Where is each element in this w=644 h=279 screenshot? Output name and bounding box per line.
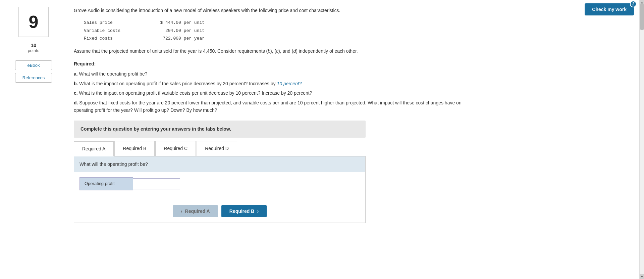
tab-d-label: Required D [205,146,229,151]
tab-answer-area: Operating profit [74,172,365,198]
tab-question-text: What will the operating profit be? [79,161,148,167]
required-item-b: b. What is the impact on operating profi… [74,80,476,87]
check-my-work-button[interactable]: Check my work 2 [585,3,634,15]
cost-table: Sales price $ 444.00 per unit Variable c… [84,19,476,42]
scrollbar-arrow-down[interactable]: ▼ [640,274,644,279]
tab-question-header: What will the operating profit be? [74,156,365,172]
variable-costs-label: Variable costs [84,27,131,35]
complete-box: Complete this question by entering your … [74,121,366,137]
nav-buttons: ‹ Required A Required B › [74,205,365,223]
page-container: 9 10 points eBook References Check my wo… [0,0,644,279]
next-button-label: Required B [229,208,255,214]
tab-b-label: Required B [123,146,146,151]
variable-costs-value: 204.00 per unit [151,27,205,35]
required-item-a: a. What will the operating profit be? [74,70,476,78]
cost-row-sales: Sales price $ 444.00 per unit [84,19,476,27]
prev-button-label: Required A [185,208,210,214]
req-text-d: Suppose that fixed costs for the year ar… [74,100,462,113]
assumption-text: Assume that the projected number of unit… [74,47,476,55]
required-section: Required: a. What will the operating pro… [74,60,476,114]
check-work-badge: 2 [630,1,637,7]
req-letter-a: a. [74,71,78,77]
tab-required-b[interactable]: Required B [114,141,155,156]
points-label: points [28,48,40,53]
question-number: 9 [29,12,39,32]
complete-box-text: Complete this question by entering your … [80,126,231,132]
references-button[interactable]: References [15,73,52,83]
tab-a-label: Required A [82,146,105,151]
points-value: 10 [28,42,40,48]
problem-text: Grove Audio is considering the introduct… [74,7,476,223]
required-item-c: c. What is the impact on operating profi… [74,89,476,97]
points-section: 10 points [28,42,40,53]
sales-price-value: $ 444.00 per unit [151,19,205,27]
sidebar-buttons: eBook References [7,60,60,83]
check-work-label: Check my work [592,7,627,12]
answer-row-operating-profit: Operating profit [79,177,360,190]
tabs-header: Required A Required B Required C Require… [74,141,366,156]
req-text-c: What is the impact on operating profit i… [79,90,312,96]
req-letter-d: d. [74,100,78,105]
problem-intro: Grove Audio is considering the introduct… [74,7,476,14]
prev-button[interactable]: ‹ Required A [173,205,218,217]
req-letter-c: c. [74,90,78,96]
prev-arrow-icon: ‹ [181,208,182,214]
next-button[interactable]: Required B › [221,205,267,217]
ebook-button[interactable]: eBook [15,60,52,70]
required-item-d: d. Suppose that fixed costs for the year… [74,99,476,114]
left-sidebar: 9 10 points eBook References [0,0,67,279]
req-text-a: What will the operating profit be? [79,71,148,77]
cost-row-variable: Variable costs 204.00 per unit [84,27,476,35]
fixed-costs-label: Fixed costs [84,35,131,42]
question-number-box: 9 [18,7,49,37]
tabs-container: Required A Required B Required C Require… [74,141,366,223]
main-content: Check my work 2 Grove Audio is consideri… [67,0,644,279]
tab-required-c[interactable]: Required C [155,141,196,156]
req-letter-b: b. [74,81,78,86]
operating-profit-label: Operating profit [79,177,133,190]
tab-required-a[interactable]: Required A [74,141,114,156]
fixed-costs-value: 722,000 per year [151,35,205,42]
tab-c-label: Required C [164,146,187,151]
scrollbar-thumb[interactable] [640,3,644,30]
tab-required-d[interactable]: Required D [197,141,237,156]
operating-profit-input[interactable] [133,178,180,189]
req-text-b: What is the impact on operating profit i… [79,81,302,86]
required-title: Required: [74,60,476,67]
tab-content: What will the operating profit be? Opera… [74,156,366,223]
top-right-area: Check my work 2 [585,3,634,15]
sales-price-label: Sales price [84,19,131,27]
cost-row-fixed: Fixed costs 722,000 per year [84,35,476,42]
scrollbar[interactable]: ▲ ▼ [639,0,644,279]
next-arrow-icon: › [257,208,259,214]
